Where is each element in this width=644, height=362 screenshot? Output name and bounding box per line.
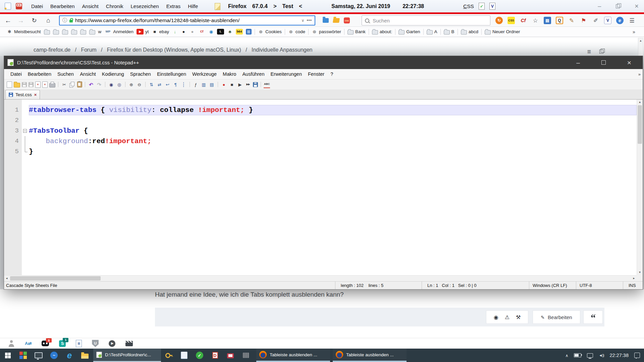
breadcrumb[interactable]: camp-firefox.de / Forum / Firefox für de… bbox=[34, 47, 312, 53]
redo-icon[interactable]: ↷ bbox=[96, 81, 102, 88]
bookmark-b[interactable]: B bbox=[444, 29, 454, 35]
toolbar-separator[interactable] bbox=[261, 82, 261, 87]
npp-menu-item[interactable]: Suchen bbox=[54, 71, 77, 77]
npp-menu-item[interactable]: Sprachen bbox=[127, 71, 154, 77]
npp-menu-item[interactable]: Fenster bbox=[305, 71, 327, 77]
swirl-addon-icon[interactable]: e bbox=[616, 17, 624, 24]
gutter-line-3[interactable]: 3 bbox=[4, 126, 29, 136]
gutter-line-4[interactable]: 4 bbox=[4, 136, 29, 146]
document-map-icon[interactable]: ▥ bbox=[201, 81, 207, 88]
toolbar-separator[interactable] bbox=[58, 82, 58, 87]
v-addon-icon[interactable]: V bbox=[604, 17, 611, 24]
url-bar[interactable]: ⓘ https://www.camp-firefox.de/forum/them… bbox=[59, 15, 315, 25]
bookmark-b64[interactable]: b64 bbox=[236, 29, 243, 35]
v-icon[interactable]: V bbox=[489, 3, 495, 10]
fold-marker[interactable] bbox=[22, 126, 29, 136]
blue-folder-icon[interactable] bbox=[323, 18, 329, 23]
new-file-icon[interactable] bbox=[7, 81, 12, 88]
replace-icon[interactable]: ◎ bbox=[116, 81, 122, 88]
npp-menu-item[interactable]: Erweiterungen bbox=[268, 71, 305, 77]
status-insert-mode[interactable]: INS bbox=[623, 282, 643, 289]
sync-vertical-icon[interactable]: ⇅ bbox=[148, 81, 155, 88]
taskbar-keepass-icon[interactable] bbox=[161, 349, 176, 362]
save-icon[interactable] bbox=[22, 82, 27, 87]
menu-item[interactable]: Extras bbox=[163, 3, 184, 9]
scrollbar-thumb[interactable] bbox=[10, 276, 101, 281]
undo-icon[interactable]: ↶ bbox=[88, 81, 94, 88]
function-list-icon[interactable]: ƒ bbox=[193, 81, 199, 88]
check-table-icon[interactable]: ✓ bbox=[479, 3, 485, 10]
status-eol-format[interactable]: Windows (CR LF) bbox=[529, 282, 576, 289]
bookmarks-separator[interactable] bbox=[481, 29, 482, 35]
editor-horizontal-scrollbar[interactable]: ◄► bbox=[4, 275, 637, 281]
bookmarks-separator[interactable] bbox=[395, 29, 395, 35]
close-button[interactable] bbox=[635, 2, 639, 10]
toolbar-separator[interactable] bbox=[85, 82, 85, 87]
taskbar-notes-icon[interactable] bbox=[176, 349, 192, 362]
action-center-icon[interactable] bbox=[634, 353, 640, 358]
globe-icon[interactable]: ◉ bbox=[494, 314, 498, 320]
run-macro-multiple-icon[interactable]: ▶▶ bbox=[245, 81, 251, 88]
toolbar-separator[interactable] bbox=[125, 82, 125, 87]
scrollbar-thumb[interactable] bbox=[638, 105, 642, 144]
print-icon[interactable] bbox=[49, 83, 55, 87]
tools-icon[interactable]: ⚒ bbox=[516, 314, 521, 320]
taskbar-red-monitor-icon[interactable] bbox=[223, 349, 238, 362]
notes-icon[interactable]: ✐ bbox=[592, 17, 599, 24]
word-wrap-icon[interactable]: ↩ bbox=[164, 81, 171, 88]
sync-icon[interactable]: ↻ bbox=[495, 17, 503, 24]
play-macro-icon[interactable]: ▶ bbox=[237, 81, 243, 88]
bookmark-star-icon[interactable]: ☆ bbox=[532, 17, 539, 24]
bookmark-code[interactable]: ⊛ code bbox=[288, 29, 305, 35]
page-actions-icon[interactable] bbox=[307, 18, 312, 23]
record-macro-icon[interactable]: ● bbox=[221, 81, 227, 88]
bookmark-passwoerter[interactable]: ⊛ passwörter bbox=[312, 29, 341, 35]
search-bar[interactable] bbox=[362, 15, 490, 25]
bookmarks-separator[interactable] bbox=[285, 29, 285, 35]
taskbar-check-icon[interactable]: ✓ bbox=[192, 349, 207, 362]
bookmarks-separator[interactable] bbox=[369, 29, 369, 35]
code-line-4[interactable]: background:red!important; bbox=[29, 136, 637, 146]
expand-icon[interactable] bbox=[599, 50, 603, 54]
taskbar-d-app-icon[interactable]: D bbox=[207, 349, 223, 362]
bookmark-folder[interactable] bbox=[89, 29, 95, 35]
bookmark-folder[interactable] bbox=[44, 29, 50, 35]
bookmark-garten[interactable]: Garten bbox=[398, 29, 420, 35]
css-addon-icon[interactable]: CSS bbox=[507, 17, 515, 24]
page-star-icon[interactable] bbox=[5, 3, 11, 10]
toolbar-separator[interactable] bbox=[218, 82, 218, 87]
taskbar-firefox-button[interactable]: Tableiste ausblenden ... bbox=[333, 349, 407, 362]
bookmark-about[interactable]: about: bbox=[372, 29, 392, 35]
note-icon[interactable] bbox=[215, 3, 220, 10]
q-addon-icon[interactable]: Q bbox=[556, 17, 563, 24]
bookmarks-separator[interactable] bbox=[255, 29, 255, 35]
zoom-in-icon[interactable]: ⊕ bbox=[128, 81, 135, 88]
forward-button[interactable] bbox=[15, 14, 27, 27]
taskbar-presentation-icon[interactable] bbox=[31, 349, 46, 362]
tab-testcss[interactable]: Test.css bbox=[5, 90, 40, 99]
stylus-icon[interactable]: ✎ bbox=[568, 17, 575, 24]
taskbar-media-app-icon[interactable] bbox=[15, 349, 31, 362]
taskbar-film-icon[interactable] bbox=[238, 349, 254, 362]
bookmark-neuer-ordner[interactable]: Neuer Ordner bbox=[485, 29, 520, 35]
quote-button[interactable] bbox=[583, 310, 603, 324]
npp-menu-item[interactable]: Bearbeiten bbox=[25, 71, 54, 77]
tab-panel-icon[interactable]: ▤ bbox=[544, 17, 551, 24]
network-icon[interactable] bbox=[587, 353, 593, 358]
bookmark-abcd[interactable]: abcd bbox=[461, 29, 478, 35]
code-area[interactable]: #tabbrowser-tabs { visibility: collapse … bbox=[29, 100, 637, 275]
search-input[interactable] bbox=[372, 17, 487, 24]
editor-vertical-scrollbar[interactable]: ▲▼ bbox=[637, 100, 643, 275]
paste-icon[interactable] bbox=[77, 81, 82, 87]
clapper-icon[interactable] bbox=[125, 341, 133, 346]
open-file-icon[interactable] bbox=[14, 83, 20, 87]
npp-menu-item[interactable]: Ausführen bbox=[239, 71, 267, 77]
bookmark-cookies[interactable]: ⊛ Cookies bbox=[258, 29, 282, 35]
show-symbols-icon[interactable]: ¶ bbox=[172, 81, 179, 88]
code-line-1[interactable]: #tabbrowser-tabs { visibility: collapse … bbox=[29, 105, 637, 115]
code-line-3[interactable]: #TabsToolbar { bbox=[29, 126, 637, 136]
css-menu[interactable]: CSS bbox=[463, 0, 474, 12]
npp-menu-item[interactable]: Makro bbox=[220, 71, 239, 77]
bookmarks-separator[interactable] bbox=[423, 29, 424, 35]
menu-item[interactable]: Bearbeiten bbox=[47, 3, 78, 9]
